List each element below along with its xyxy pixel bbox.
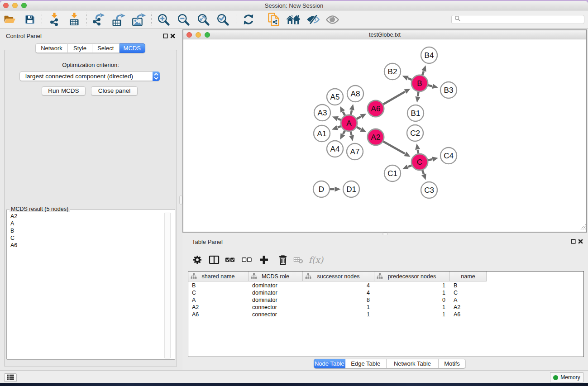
gear-icon[interactable]: [192, 255, 202, 265]
graph-edge[interactable]: [351, 110, 352, 115]
control-panel-tab-network[interactable]: Network: [35, 43, 68, 53]
column-header-shared-name[interactable]: shared name: [188, 272, 249, 281]
control-panel-tab-mcds[interactable]: MCDS: [120, 43, 146, 53]
select-all-icon[interactable]: [225, 257, 235, 262]
table-cell: connector: [249, 311, 303, 318]
graph-edge[interactable]: [338, 119, 341, 120]
show-icon[interactable]: [325, 10, 341, 29]
table-row[interactable]: Cdominator41C: [188, 289, 487, 296]
application-window: Session: New Session: [0, 1, 588, 383]
zoom-in-icon[interactable]: [155, 10, 172, 29]
close-panel-button[interactable]: Close panel: [91, 86, 138, 95]
table-cell: 1: [303, 311, 374, 318]
table-cell: 4: [303, 282, 374, 289]
delete-icon[interactable]: [279, 255, 287, 265]
table-cell: A2: [188, 304, 249, 311]
export-network-icon[interactable]: [91, 10, 107, 29]
graph-edge-arrow: [421, 65, 426, 71]
graph-edge[interactable]: [408, 165, 412, 167]
graph-edge[interactable]: [418, 150, 418, 153]
mcds-result-scrollbar[interactable]: [164, 213, 171, 358]
vertical-splitter-grip[interactable]: [179, 195, 182, 205]
network-window-titlebar[interactable]: testGlobe.txt: [183, 30, 586, 39]
hide-icon[interactable]: [305, 10, 321, 29]
table-tab-motifs[interactable]: Motifs: [439, 359, 466, 368]
mcds-result-item[interactable]: A6: [8, 242, 167, 249]
graph-edge[interactable]: [338, 126, 341, 128]
graph-edge[interactable]: [351, 132, 352, 135]
table-row[interactable]: Adominator80A: [188, 296, 487, 304]
export-table-icon[interactable]: [111, 10, 127, 29]
graph-edge[interactable]: [357, 117, 361, 119]
table-cell: 1: [374, 311, 450, 318]
zoom-fit-icon[interactable]: [195, 10, 211, 29]
column-header-predecessor-nodes[interactable]: predecessor nodes: [374, 272, 450, 281]
mcds-result-item[interactable]: A2: [8, 213, 167, 220]
import-table-icon[interactable]: [66, 10, 82, 29]
zoom-out-icon[interactable]: [176, 10, 192, 29]
column-header-label: successor nodes: [317, 273, 360, 280]
open-icon[interactable]: [2, 10, 18, 29]
optimization-criterion-value: largest connected component (directed): [25, 73, 133, 80]
mcds-result-item[interactable]: A: [8, 220, 167, 227]
table-tab-edge-table[interactable]: Edge Table: [345, 359, 387, 368]
network-from-file-icon[interactable]: [265, 10, 282, 29]
column-header-name[interactable]: name: [450, 272, 487, 281]
mcds-result-item[interactable]: B: [8, 227, 167, 234]
control-panel-tab-select[interactable]: Select: [92, 43, 120, 53]
table-row[interactable]: A2connector11A2: [188, 304, 487, 311]
main-toolbar: [0, 10, 588, 29]
control-panel-float-icon[interactable]: [163, 33, 168, 39]
deselect-all-icon[interactable]: [242, 257, 252, 262]
save-icon[interactable]: [22, 10, 38, 29]
table-cell: B: [450, 282, 487, 289]
control-panel-close-icon[interactable]: [170, 33, 176, 39]
node-table[interactable]: shared name MCDS role successor nodes pr…: [188, 271, 584, 357]
graph-edge[interactable]: [428, 159, 432, 160]
optimization-criterion-select[interactable]: largest connected component (directed): [19, 71, 160, 81]
table-row[interactable]: A6connector11A6: [188, 311, 487, 318]
network-canvas[interactable]: AA6A2BCB4B2B3B1A5A8A3A1A4A7C2C4C1C3DD1: [183, 39, 586, 232]
graph-edge[interactable]: [408, 78, 411, 80]
column-header-MCDS-role[interactable]: MCDS role: [249, 272, 303, 281]
home-icon[interactable]: [285, 10, 301, 29]
graph-edge[interactable]: [343, 112, 345, 115]
graph-edge[interactable]: [383, 92, 405, 105]
graph-edge-arrow: [402, 76, 409, 80]
run-mcds-button[interactable]: Run MCDS: [42, 86, 86, 95]
window-resize-grip-icon[interactable]: [579, 223, 586, 232]
graph-edge[interactable]: [428, 85, 432, 86]
table-panel-tabs: Node TableEdge TableNetwork TableMotifs: [314, 359, 466, 368]
task-history-button[interactable]: [4, 373, 17, 382]
graph-edge[interactable]: [357, 127, 361, 129]
table-panel-close-icon[interactable]: [578, 238, 583, 244]
columns-icon[interactable]: [209, 256, 220, 264]
graph-edge-arrow: [349, 104, 354, 110]
table-row[interactable]: Bdominator41B: [188, 282, 487, 289]
table-tab-node-table[interactable]: Node Table: [314, 359, 345, 368]
memory-button[interactable]: Memory: [550, 372, 583, 382]
column-header-successor-nodes[interactable]: successor nodes: [303, 272, 374, 281]
graph-edge[interactable]: [418, 92, 418, 96]
graph-node-label: B3: [444, 86, 454, 95]
graph-node-label: C2: [410, 129, 420, 138]
table-tab-network-table[interactable]: Network Table: [387, 359, 439, 368]
optimization-criterion-label: Optimization criterion:: [4, 62, 177, 68]
column-header-label: name: [461, 273, 475, 280]
control-panel-tab-style[interactable]: Style: [68, 43, 92, 53]
mcds-result-list[interactable]: A2ABCA6: [8, 213, 167, 358]
graph-edge[interactable]: [422, 170, 424, 174]
export-image-icon[interactable]: [131, 10, 147, 29]
mcds-result-item[interactable]: C: [8, 234, 167, 242]
graph-edge[interactable]: [422, 71, 424, 76]
add-icon[interactable]: [259, 255, 268, 265]
search-field[interactable]: [451, 15, 584, 24]
zoom-selected-icon[interactable]: [215, 10, 231, 29]
graph-edge[interactable]: [383, 141, 405, 153]
graph-edge[interactable]: [343, 131, 345, 134]
table-cell: B: [188, 282, 249, 289]
table-panel-float-icon[interactable]: [570, 238, 576, 244]
refresh-icon[interactable]: [240, 10, 257, 29]
import-network-icon[interactable]: [46, 10, 62, 29]
table-cell: 8: [303, 296, 374, 304]
